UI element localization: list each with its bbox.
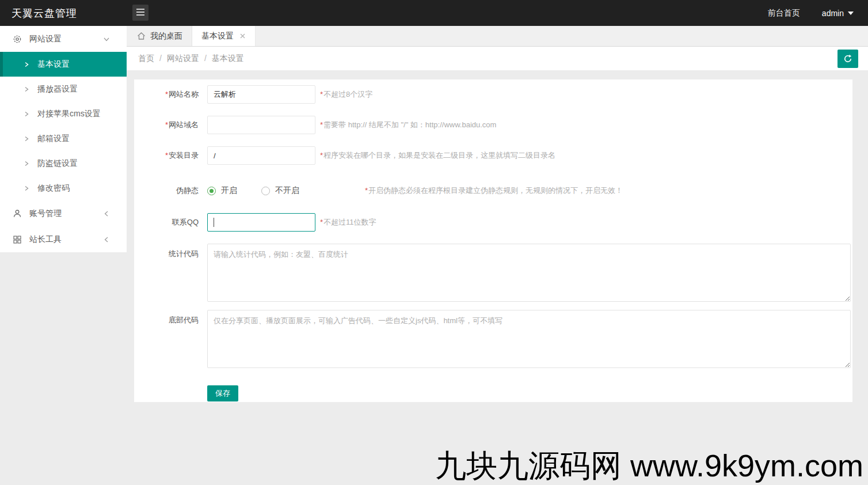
settings-form-panel: *网站名称 *不超过8个汉字 *网站域名 *需要带 http:// 结尾不加 "…: [134, 79, 852, 402]
tab-basic-settings[interactable]: 基本设置: [192, 26, 256, 46]
chevron-down-icon: [102, 35, 111, 43]
sidebar-item-label: 播放器设置: [37, 84, 78, 94]
sidebar-item-label: 邮箱设置: [37, 134, 70, 144]
chevron-left-icon: [102, 210, 111, 218]
site-name-label: *网站名称: [143, 85, 199, 104]
breadcrumb: 首页 / 网站设置 / 基本设置: [127, 47, 868, 70]
qq-label: 联系QQ: [143, 213, 199, 232]
sidebar-item-change-password[interactable]: 修改密码: [0, 176, 127, 200]
form-row-qq: 联系QQ *不超过11位数字: [143, 213, 852, 232]
form-row-site-name: *网站名称 *不超过8个汉字: [143, 85, 852, 104]
required-mark: *: [165, 120, 168, 129]
app-title: 天翼云盘管理: [0, 6, 127, 20]
sidebar-group-label: 网站设置: [29, 34, 62, 44]
rewrite-hint: *开启伪静态必须在程序根目录建立伪静态规则，无规则的情况下，开启无效！: [365, 185, 623, 196]
sidebar-item-mail-settings[interactable]: 邮箱设置: [0, 126, 127, 151]
install-dir-label: *安装目录: [143, 146, 199, 165]
required-mark: *: [320, 151, 323, 160]
qq-hint: *不超过11位数字: [320, 213, 376, 232]
tab-my-desktop[interactable]: 我的桌面: [128, 26, 192, 46]
chevron-right-icon: [23, 61, 30, 68]
hamburger-icon: [136, 8, 145, 18]
chevron-down-icon: [848, 12, 854, 15]
site-domain-input[interactable]: [207, 116, 315, 134]
install-dir-input[interactable]: [207, 146, 315, 165]
chevron-left-icon: [102, 236, 111, 244]
site-domain-hint: *需要带 http:// 结尾不加 "/" 如：http://www.baidu…: [320, 116, 496, 134]
sidebar-group-site-settings[interactable]: 网站设置: [0, 26, 127, 52]
rewrite-on-radio[interactable]: 开启: [207, 185, 237, 196]
chevron-right-icon: [23, 160, 30, 167]
form-row-stats-code: 统计代码: [143, 244, 852, 302]
username: admin: [822, 9, 844, 18]
gear-icon: [13, 35, 22, 44]
form-row-install-dir: *安装目录 *程序安装在哪个目录，如果是安装在二级目录，这里就填写二级目录名: [143, 146, 852, 165]
user-menu[interactable]: admin: [822, 9, 854, 18]
breadcrumb-separator: /: [204, 47, 207, 70]
sidebar-item-applecms-settings[interactable]: 对接苹果cms设置: [0, 101, 127, 126]
radio-label: 开启: [221, 185, 237, 196]
breadcrumb-site-settings[interactable]: 网站设置: [167, 47, 199, 70]
breadcrumb-current: 基本设置: [212, 47, 244, 70]
rewrite-off-radio[interactable]: 不开启: [261, 185, 299, 196]
site-name-input[interactable]: [207, 85, 315, 104]
site-name-hint: *不超过8个汉字: [320, 85, 372, 104]
footer-code-label: 底部代码: [143, 310, 199, 326]
sidebar-item-label: 基本设置: [37, 59, 70, 70]
sidebar-group-webmaster-tools[interactable]: 站长工具: [0, 226, 127, 252]
home-icon: [137, 32, 146, 40]
sidebar-item-hotlink-settings[interactable]: 防盗链设置: [0, 151, 127, 176]
radio-label: 不开启: [275, 185, 299, 196]
breadcrumb-home[interactable]: 首页: [138, 47, 154, 70]
refresh-icon: [843, 54, 852, 63]
sidebar-item-label: 修改密码: [37, 183, 70, 194]
close-icon[interactable]: [239, 33, 246, 39]
refresh-button[interactable]: [837, 50, 858, 68]
required-mark: *: [320, 90, 323, 98]
user-icon: [13, 209, 22, 218]
sidebar-group-account[interactable]: 账号管理: [0, 200, 127, 226]
required-mark: *: [365, 186, 368, 195]
install-dir-hint: *程序安装在哪个目录，如果是安装在二级目录，这里就填写二级目录名: [320, 146, 555, 165]
stats-code-textarea[interactable]: [207, 244, 851, 302]
sidebar-item-label: 防盗链设置: [37, 158, 78, 169]
qq-input[interactable]: [207, 213, 315, 232]
frontend-home-link[interactable]: 前台首页: [768, 8, 800, 18]
sidebar-toggle-button[interactable]: [132, 5, 149, 21]
breadcrumb-separator: /: [159, 47, 162, 70]
sidebar-group-label: 账号管理: [29, 209, 62, 219]
radio-off-icon: [261, 187, 270, 195]
required-mark: *: [165, 90, 168, 98]
chevron-right-icon: [23, 185, 30, 192]
chevron-right-icon: [23, 86, 30, 93]
required-mark: *: [320, 218, 323, 226]
grid-icon: [13, 235, 22, 244]
required-mark: *: [165, 151, 168, 160]
form-row-footer-code: 底部代码: [143, 310, 852, 368]
sidebar-item-player-settings[interactable]: 播放器设置: [0, 77, 127, 101]
tab-bar: 我的桌面 基本设置: [127, 26, 868, 47]
watermark-text: 九块九源码网 www.9k9ym.com: [435, 449, 863, 483]
chevron-right-icon: [23, 111, 30, 118]
chevron-right-icon: [23, 135, 30, 142]
text-cursor: [214, 218, 214, 227]
sidebar-item-label: 对接苹果cms设置: [37, 109, 101, 119]
sidebar: 网站设置 基本设置 播放器设置 对接苹果cms设置 邮箱设置 防盗链设置: [0, 26, 127, 252]
site-domain-label: *网站域名: [143, 116, 199, 134]
rewrite-label: 伪静态: [143, 181, 199, 200]
sidebar-item-basic-settings[interactable]: 基本设置: [0, 52, 127, 77]
stats-code-label: 统计代码: [143, 244, 199, 260]
breadcrumb-bar: 首页 / 网站设置 / 基本设置: [127, 47, 868, 71]
tab-label: 基本设置: [201, 31, 234, 41]
required-mark: *: [320, 120, 323, 129]
app-header: 天翼云盘管理 前台首页 admin: [0, 0, 868, 26]
form-row-site-domain: *网站域名 *需要带 http:// 结尾不加 "/" 如：http://www…: [143, 116, 852, 134]
form-row-rewrite: 伪静态 开启 不开启 *开启伪静态必须在程序根目录建立伪静态规则，无规则的情况下…: [143, 181, 852, 200]
radio-on-icon: [207, 187, 216, 195]
tab-label: 我的桌面: [150, 31, 182, 41]
footer-code-textarea[interactable]: [207, 310, 851, 368]
sidebar-group-label: 站长工具: [29, 234, 62, 245]
save-button[interactable]: 保存: [207, 385, 238, 401]
